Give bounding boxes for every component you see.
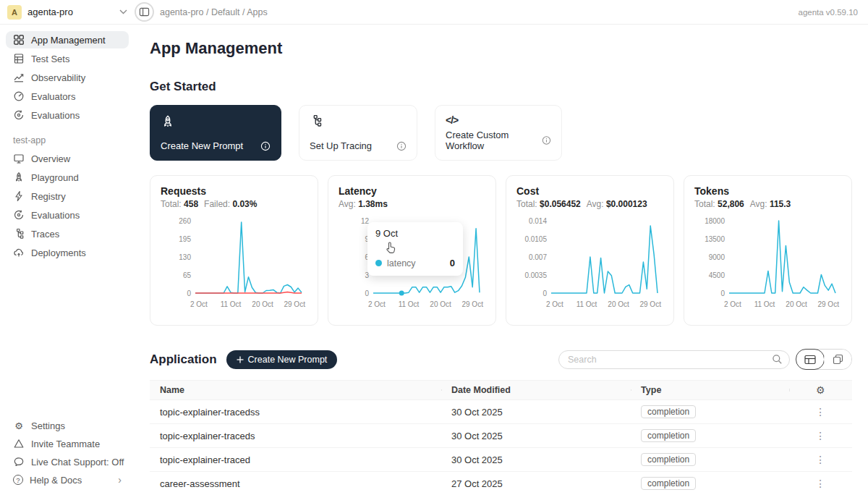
card-view-button[interactable] — [824, 350, 851, 369]
info-icon — [396, 141, 407, 151]
refresh-circle-icon — [13, 209, 25, 221]
sidebar-item-evaluations[interactable]: Evaluations — [6, 106, 129, 124]
type-badge: completion — [641, 453, 696, 466]
main-content: App Management Get Started Create New Pr… — [135, 25, 868, 495]
table-row[interactable]: topic-explainer-tracedss 30 Oct 2025 com… — [150, 400, 852, 424]
sidebar-item-label: App Management — [31, 35, 106, 46]
sidebar-item-traces[interactable]: Traces — [6, 225, 129, 242]
sidebar-item-label: Live Chat Support: Off — [31, 457, 124, 468]
table-view-icon — [804, 355, 816, 365]
svg-text:29 Oct: 29 Oct — [284, 300, 305, 308]
svg-text:11 Oct: 11 Oct — [576, 300, 597, 308]
svg-text:2 Oct: 2 Oct — [546, 300, 563, 308]
svg-text:11 Oct: 11 Oct — [754, 300, 775, 308]
svg-text:12: 12 — [361, 217, 370, 225]
sidebar-item-deployments[interactable]: Deployments — [6, 244, 129, 261]
rocket-icon — [13, 172, 25, 183]
sidebar-item-label: Help & Docs — [30, 475, 82, 486]
sidebar-item-app-management[interactable]: App Management — [6, 31, 129, 48]
requests-chart-card: Requests Total: 458Failed: 0.03% 0651301… — [150, 175, 318, 326]
button-label: Create New Prompt — [248, 355, 328, 365]
svg-text:260: 260 — [179, 217, 191, 225]
table-row[interactable]: career-assessment 27 Oct 2025 completion… — [150, 472, 852, 495]
sidebar-item-evaluations-app[interactable]: Evaluations — [6, 206, 129, 224]
sidebar-item-overview[interactable]: Overview — [6, 150, 129, 167]
row-menu-icon[interactable]: ⋮ — [815, 407, 825, 417]
sidebar-item-registry[interactable]: Registry — [6, 187, 129, 205]
type-badge: completion — [641, 405, 696, 418]
code-icon: </> — [446, 114, 551, 126]
column-header-type[interactable]: Type — [631, 385, 788, 395]
column-header-name[interactable]: Name — [150, 385, 441, 395]
sidebar-item-label: Deployments — [31, 248, 86, 258]
testsets-icon — [13, 53, 25, 64]
series-dot — [375, 260, 382, 266]
cost-chart-card: Cost Total: $0.056452Avg: $0.000123 00.0… — [506, 175, 674, 326]
svg-text:2 Oct: 2 Oct — [368, 300, 386, 308]
set-up-tracing-card[interactable]: Set Up Tracing — [299, 105, 417, 161]
svg-text:20 Oct: 20 Oct — [608, 300, 629, 308]
svg-text:0.007: 0.007 — [529, 253, 547, 261]
row-menu-icon[interactable]: ⋮ — [815, 478, 825, 488]
sidebar-toggle-button[interactable] — [135, 2, 154, 22]
row-menu-icon[interactable]: ⋮ — [815, 431, 825, 441]
table-view-button[interactable] — [796, 349, 825, 370]
get-started-heading: Get Started — [150, 80, 852, 94]
row-menu-icon[interactable]: ⋮ — [815, 454, 825, 465]
cursor-hand-icon — [385, 241, 397, 255]
trace-tree-icon — [13, 228, 25, 240]
gear-icon: ⚙ — [13, 421, 25, 431]
sidebar-item-evaluators[interactable]: Evaluators — [6, 88, 129, 105]
sidebar-item-live-chat[interactable]: Live Chat Support: Off — [6, 453, 129, 470]
sidebar-item-observability[interactable]: Observability — [6, 69, 129, 86]
create-new-prompt-card[interactable]: Create New Prompt — [150, 105, 281, 161]
type-badge: completion — [641, 477, 696, 490]
column-header-date-modified[interactable]: Date Modified — [441, 385, 631, 395]
app-section-label: test-app — [13, 135, 135, 145]
svg-text:9000: 9000 — [709, 253, 726, 261]
sidebar-item-settings[interactable]: ⚙ Settings — [6, 418, 129, 434]
refresh-circle-icon — [13, 109, 25, 121]
sidebar-item-label: Overview — [31, 153, 70, 164]
table-settings-gear-icon[interactable]: ⚙ — [816, 384, 825, 396]
search-input[interactable] — [568, 355, 767, 365]
app-name: topic-explainer-tracedss — [150, 407, 441, 418]
workspace-selector[interactable]: A agenta-pro — [0, 5, 135, 20]
date-modified: 27 Oct 2025 — [441, 478, 631, 489]
svg-text:2 Oct: 2 Oct — [190, 300, 208, 308]
chart-stats: Total: 458Failed: 0.03% — [161, 199, 307, 209]
card-label: Set Up Tracing — [310, 140, 372, 151]
sidebar-panel-icon — [139, 7, 150, 17]
sidebar-item-help-docs[interactable]: ? Help & Docs › — [6, 471, 129, 488]
sidebar-item-label: Invite Teammate — [31, 439, 100, 449]
svg-text:2 Oct: 2 Oct — [724, 300, 741, 308]
sidebar-item-invite-teammate[interactable]: Invite Teammate — [6, 435, 129, 452]
chevron-down-icon — [119, 9, 127, 14]
table-header-row: Name Date Modified Type ⚙ — [150, 380, 852, 400]
tokens-chart: 04500900013500180002 Oct11 Oct20 Oct29 O… — [694, 213, 841, 309]
date-modified: 30 Oct 2025 — [441, 431, 631, 441]
workspace-avatar: A — [7, 5, 22, 20]
app-name: topic-explainer-traceds — [150, 431, 441, 441]
view-toggle — [796, 349, 852, 370]
chart-title: Cost — [516, 185, 663, 197]
create-custom-workflow-card[interactable]: </> Create Custom Workflow — [435, 105, 562, 161]
sidebar: App Management Test Sets Observability E… — [0, 25, 135, 495]
table-row[interactable]: topic-explainer-traceds 30 Oct 2025 comp… — [150, 424, 852, 448]
tooltip-series: latency — [387, 258, 445, 268]
table-row[interactable]: topic-explainer-traced 30 Oct 2025 compl… — [150, 448, 852, 472]
svg-text:29 Oct: 29 Oct — [817, 300, 839, 308]
sidebar-item-label: Registry — [31, 191, 66, 202]
sidebar-item-test-sets[interactable]: Test Sets — [6, 50, 129, 67]
card-view-icon — [833, 354, 843, 365]
sidebar-item-playground[interactable]: Playground — [6, 169, 129, 186]
chart-stats: Avg: 1.38ms — [339, 199, 485, 209]
tooltip-date: 9 Oct — [375, 228, 455, 239]
svg-text:29 Oct: 29 Oct — [461, 300, 483, 308]
search-icon[interactable] — [772, 354, 783, 365]
chat-bubble-icon — [13, 456, 25, 468]
create-new-prompt-button[interactable]: Create New Prompt — [226, 350, 338, 369]
svg-text:20 Oct: 20 Oct — [252, 300, 273, 308]
cloud-upload-icon — [13, 247, 25, 258]
help-icon: ? — [13, 475, 23, 485]
